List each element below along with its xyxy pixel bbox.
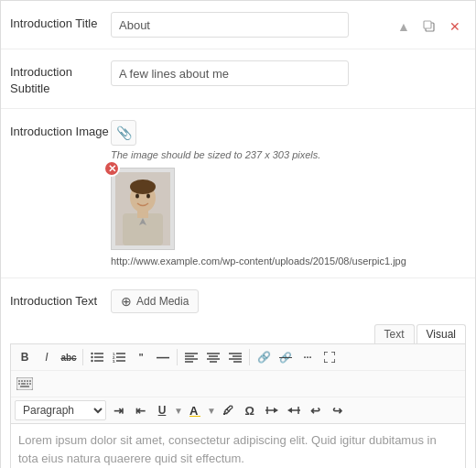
toolbar-sep-2 [177,349,178,365]
svg-rect-43 [29,383,31,385]
svg-rect-46 [189,416,200,417]
highlight-button[interactable]: 🖊 [218,400,238,420]
unordered-list-button[interactable] [87,347,107,367]
add-media-button[interactable]: ⊕ Add Media [111,289,199,313]
image-preview-wrap: ✕ [111,168,175,250]
outdent-button[interactable]: ⇤ [130,400,150,420]
strikethrough-button[interactable]: abc [59,347,79,367]
svg-rect-35 [18,380,20,382]
svg-rect-39 [29,380,31,382]
svg-rect-37 [24,380,26,382]
svg-point-15 [91,360,92,362]
introduction-image-field: 📎 The image should be sized to 237 x 303… [111,120,466,267]
copy-button[interactable] [418,16,440,38]
image-url: http://www.example.com/wp-content/upload… [111,256,466,267]
toolbar-row-2 [11,371,465,397]
align-center-button[interactable] [203,347,223,367]
undo-button[interactable]: ↩ [306,400,326,420]
align-left-button[interactable] [181,347,201,367]
editor-placeholder: Lorem ipsum dolor sit amet, consectetur … [18,433,437,465]
italic-button[interactable]: I [37,347,57,367]
svg-rect-41 [21,383,26,385]
introduction-subtitle-label: Introduction Subtitle [10,60,111,97]
introduction-image-label: Introduction Image [10,120,111,140]
introduction-image-row: Introduction Image 📎 The image should be… [1,109,475,278]
image-preview [111,168,175,250]
link-button[interactable]: 🔗 [254,347,274,367]
keyboard-button[interactable] [15,374,35,394]
toolbar-row-3: Paragraph Heading 1 Heading 2 Heading 3 … [11,397,465,423]
svg-rect-38 [27,380,28,382]
svg-marker-51 [287,408,292,413]
image-upload-button[interactable]: 📎 [111,120,136,146]
ltr-button[interactable] [284,400,304,420]
svg-rect-40 [18,383,20,385]
introduction-title-row: Introduction Title ▲ ✕ [1,1,475,49]
svg-marker-48 [274,408,278,413]
special-chars-button[interactable]: Ω [240,400,260,420]
svg-text:A: A [189,404,199,417]
fullscreen-button[interactable] [319,347,340,367]
underline-button[interactable]: U [152,400,172,420]
editor-content[interactable]: Lorem ipsum dolor sit amet, consectetur … [10,424,466,468]
format-select[interactable]: Paragraph Heading 1 Heading 2 Heading 3 … [15,400,106,420]
tab-visual[interactable]: Visual [416,324,466,343]
font-color-drop-2: ▼ [207,406,216,416]
introduction-subtitle-field [111,60,466,86]
editor-toolbar: B I abc 1.2.3. " — [10,343,466,424]
add-media-label: Add Media [136,295,189,308]
toolbar-sep-3 [249,349,250,365]
svg-text:3.: 3. [113,359,115,363]
add-media-icon: ⊕ [121,294,132,309]
editor-tabs: Text Visual [10,324,466,343]
unlink-button[interactable]: 🔗 [276,347,296,367]
svg-point-8 [146,194,150,199]
ordered-list-button[interactable]: 1.2.3. [109,347,129,367]
introduction-title-input[interactable] [111,12,349,38]
bold-button[interactable]: B [15,347,35,367]
svg-rect-1 [424,21,431,28]
more-button[interactable]: ··· [298,347,318,367]
svg-point-7 [135,194,139,199]
font-color-button[interactable]: A [185,400,205,420]
image-hint: The image should be sized to 237 x 303 p… [111,149,466,160]
svg-rect-44 [20,386,29,387]
toolbar-row-1: B I abc 1.2.3. " — [11,344,465,371]
font-color-drop-indicator: ▼ [174,406,183,416]
introduction-text-row: Introduction Text ⊕ Add Media Text Visua… [1,278,475,468]
rtl-button[interactable] [262,400,282,420]
svg-point-14 [91,356,92,358]
introduction-subtitle-input[interactable] [111,60,349,86]
tab-text[interactable]: Text [374,324,415,343]
svg-rect-36 [21,380,23,382]
editor-container: Text Visual B I abc 1.2.3. [10,319,466,468]
introduction-text-label: Introduction Text [10,289,111,313]
title-row-actions: ▲ ✕ [393,12,466,38]
svg-rect-42 [27,383,28,385]
hr-button[interactable]: — [153,347,173,367]
align-right-button[interactable] [225,347,245,367]
blockquote-button[interactable]: " [131,347,151,367]
introduction-subtitle-row: Introduction Subtitle [1,49,475,109]
introduction-title-field [111,12,385,38]
svg-point-6 [130,180,156,194]
indent-button[interactable]: ⇥ [108,400,128,420]
redo-button[interactable]: ↪ [328,400,348,420]
introduction-title-label: Introduction Title [10,12,111,32]
move-up-button[interactable]: ▲ [393,16,415,38]
toolbar-sep-1 [82,349,83,365]
svg-point-13 [91,353,92,354]
remove-button[interactable]: ✕ [444,16,466,38]
